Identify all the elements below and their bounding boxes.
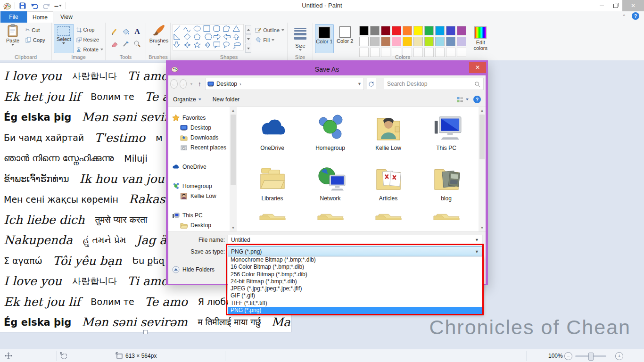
format-option[interactable]: 24-bit Bitmap (*.bmp;*.dib) [228,278,482,285]
file-item-folder-partial[interactable] [301,212,359,220]
palette-color[interactable] [403,37,412,46]
scroll-up-icon[interactable]: ▲ [479,107,486,114]
sidebar-item-desktop[interactable]: Desktop [168,220,230,230]
shapes-scroll-down[interactable] [245,34,251,43]
sidebar-item-onedrive[interactable]: OneDrive [168,162,230,172]
combo-dropdown-icon[interactable]: ▼ [475,238,479,242]
tab-file[interactable]: File [0,11,27,23]
format-option[interactable]: 16 Color Bitmap (*.bmp;*.dib) [228,263,482,271]
address-bar[interactable]: Desktop › ▼ [205,78,364,90]
shapes-expand[interactable] [245,44,251,53]
file-item-this-pc[interactable]: This PC [417,111,475,161]
pencil-icon[interactable] [109,26,120,37]
file-item-folder-partial[interactable] [359,212,417,220]
format-option[interactable]: Monochrome Bitmap (*.bmp;*.dib) [228,256,482,263]
file-list-scrollbar[interactable]: ▲ ▼ [479,107,486,231]
shapes-scroll-up[interactable] [245,25,251,34]
format-option[interactable]: PNG (*.png) [228,307,482,314]
format-option[interactable]: TIFF (*.tif;*.tiff) [228,300,482,307]
shapes-grid-icon[interactable] [173,24,244,50]
navigation-pane-scrollbar[interactable]: ▲ ▼ [230,107,237,231]
breadcrumb-arrow-icon[interactable]: › [239,81,241,87]
file-item-onedrive[interactable]: OneDrive [243,111,301,161]
select-button[interactable]: Select [54,24,74,53]
palette-color[interactable] [381,26,390,35]
sidebar-item-recent-places[interactable]: Recent places [168,142,230,152]
views-button[interactable] [456,97,469,103]
palette-color[interactable] [457,26,466,35]
hide-folders-button[interactable]: Hide Folders [172,266,215,273]
eyedropper-icon[interactable] [121,38,131,49]
back-button[interactable]: ← [170,79,178,89]
palette-color[interactable] [435,26,445,35]
sidebar-item-homegroup[interactable]: Homegroup [168,181,230,191]
organize-button[interactable]: Organize [173,96,201,103]
close-button[interactable]: ✕ [622,0,644,11]
file-item-kellie-low[interactable]: Kellie Low [359,111,417,161]
help-icon[interactable]: ? [632,12,639,20]
address-dropdown-icon[interactable]: ▼ [357,82,362,86]
scroll-down-icon[interactable]: ▼ [230,224,237,231]
crop-button[interactable]: Crop [76,26,103,34]
scroll-down-icon[interactable]: ▼ [479,224,486,231]
edit-colors-button[interactable]: Edit colors [471,24,490,53]
file-item-folder-partial[interactable] [243,212,301,220]
canvas-resize-handle[interactable] [143,330,148,334]
resize-button[interactable]: Resize [76,36,103,44]
file-name-input[interactable]: Untitled ▼ [228,235,482,245]
dialog-help-icon[interactable]: ? [473,96,481,103]
palette-color[interactable] [446,26,455,35]
file-item-network[interactable]: Network [301,161,359,212]
palette-color[interactable] [359,26,369,35]
palette-color[interactable] [435,37,445,46]
palette-color[interactable] [424,37,434,46]
collapse-ribbon-icon[interactable]: ⌃ [622,14,626,19]
new-folder-button[interactable]: New folder [213,96,239,103]
paste-button[interactable]: Paste [2,24,24,53]
breadcrumb-location[interactable]: Desktop [216,81,237,87]
sidebar-item-desktop[interactable]: Desktop [168,123,230,132]
outline-button[interactable]: Outline [255,27,284,33]
file-item-folder-partial[interactable] [417,212,475,220]
tab-home[interactable]: Home [27,11,53,23]
file-item-blog[interactable]: blog [417,161,475,212]
zoom-in-button[interactable]: + [615,352,623,360]
color1-button[interactable]: Color 1 [315,24,334,53]
palette-color[interactable] [424,26,434,35]
palette-color[interactable] [392,26,401,35]
refresh-button[interactable] [367,78,376,90]
recent-locations-icon[interactable]: ▼ [190,82,193,86]
cut-button[interactable]: ✂Cut [25,26,45,34]
text-tool-icon[interactable]: A [132,26,142,37]
palette-color[interactable] [381,37,390,46]
zoom-slider[interactable] [575,355,606,357]
forward-button[interactable]: → [180,79,187,89]
color2-button[interactable]: Color 2 [336,24,355,53]
file-item-articles[interactable]: Articles [359,161,417,212]
sidebar-item-this-pc[interactable]: This PC [168,210,230,220]
format-option[interactable]: JPEG (*.jpg;*.jpeg;*.jpe;*.jfif) [228,285,482,292]
save-as-type-select[interactable]: PNG (*.png) ▼ [228,247,482,257]
magnifier-icon[interactable] [132,38,142,49]
palette-color[interactable] [370,26,380,35]
sidebar-item-downloads[interactable]: Downloads [168,132,230,142]
scroll-up-icon[interactable]: ▲ [230,107,237,114]
format-option[interactable]: GIF (*.gif) [228,292,482,299]
scrollbar-thumb[interactable] [479,115,485,159]
fill-bucket-icon[interactable] [121,26,131,37]
scrollbar-thumb[interactable] [231,115,236,185]
palette-color[interactable] [392,37,401,46]
zoom-out-button[interactable]: − [564,352,572,360]
rotate-button[interactable]: Rotate [76,45,103,53]
minimize-button[interactable] [595,0,609,11]
brushes-button[interactable]: Brushes [148,24,170,53]
palette-color[interactable] [446,37,455,46]
zoom-slider-thumb[interactable] [588,353,594,361]
palette-color[interactable] [413,37,423,46]
size-button[interactable]: Size [289,24,311,53]
dialog-close-button[interactable]: ✕ [469,62,486,73]
tab-view[interactable]: View [53,11,80,23]
palette-color[interactable] [359,37,369,46]
search-input[interactable]: Search Desktop [384,78,484,90]
sidebar-item-kellie-low[interactable]: Kellie Low [168,191,230,201]
